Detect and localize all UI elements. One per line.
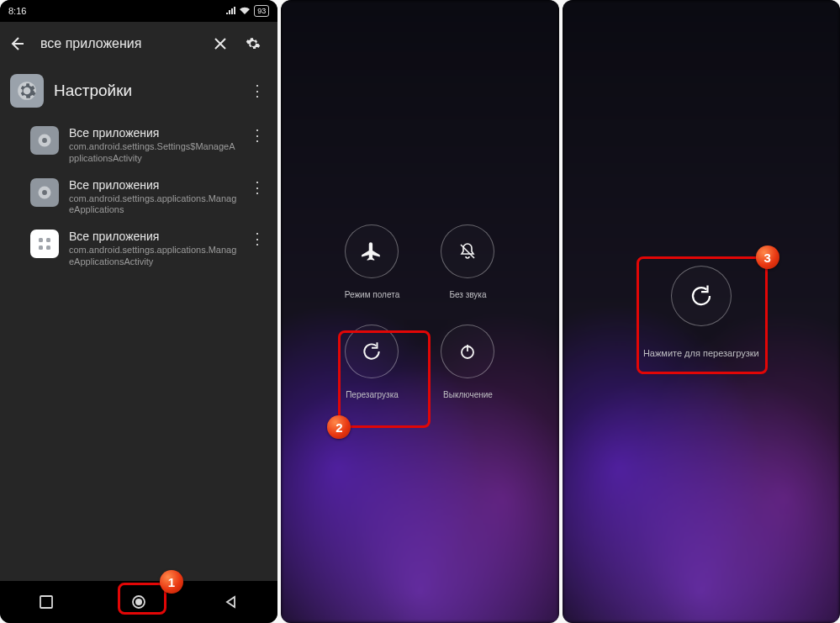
reboot-icon	[345, 325, 399, 378]
nav-home-button[interactable]	[119, 588, 158, 616]
shutdown-button[interactable]: Выключение	[427, 325, 508, 399]
more-button[interactable]: ⋮	[247, 126, 267, 145]
list-item-title: Все приложения	[69, 178, 237, 192]
battery-indicator: 93	[254, 5, 269, 17]
svg-rect-5	[39, 238, 43, 242]
signal-icon	[225, 7, 235, 15]
list-item-sub: com.android.settings.Settings$ManageAppl…	[69, 141, 237, 165]
silent-mode-button[interactable]: Без звука	[427, 224, 508, 299]
screenshot-1: 8:16 93 все приложения	[0, 0, 277, 623]
airplane-mode-button[interactable]: Режим полета	[331, 224, 412, 299]
settings-button[interactable]	[246, 36, 269, 51]
svg-point-2	[42, 138, 47, 143]
app-section[interactable]: Настройки ⋮	[0, 66, 277, 119]
list-item-sub: com.android.settings.applications.Manage…	[69, 193, 237, 217]
clear-button[interactable]	[214, 37, 237, 50]
status-bar: 8:16 93	[0, 0, 277, 22]
toolbar-title: все приложения	[40, 36, 205, 51]
reboot-confirm-button[interactable]: Нажмите для перезагрузки	[643, 266, 759, 358]
grid-icon	[30, 230, 59, 258]
power-menu: Режим полета Без звука Перезагрузка	[331, 224, 508, 399]
svg-rect-9	[40, 596, 52, 608]
svg-rect-7	[39, 246, 43, 250]
nav-back-button[interactable]	[212, 588, 251, 616]
more-button[interactable]: ⋮	[247, 82, 267, 100]
list-item-sub: com.android.settings.applications.Manage…	[69, 245, 237, 268]
wifi-icon	[239, 7, 251, 15]
airplane-label: Режим полета	[345, 290, 399, 299]
power-icon	[441, 325, 494, 378]
list-item-title: Все приложения	[69, 230, 237, 243]
activity-list: Все приложения com.android.settings.Sett…	[0, 119, 277, 275]
more-button[interactable]: ⋮	[247, 230, 267, 248]
callout-badge-3: 3	[756, 246, 779, 269]
back-button[interactable]	[8, 35, 32, 52]
svg-point-11	[135, 599, 142, 605]
screenshot-2: Режим полета Без звука Перезагрузка	[281, 0, 558, 623]
toolbar: все приложения	[0, 22, 277, 66]
status-time: 8:16	[8, 6, 26, 16]
list-item[interactable]: Все приложения com.android.settings.appl…	[0, 172, 277, 224]
shutdown-label: Выключение	[443, 390, 493, 399]
nav-recent-button[interactable]	[27, 588, 66, 616]
reboot-confirm-label: Нажмите для перезагрузки	[643, 348, 759, 358]
list-item-title: Все приложения	[69, 126, 237, 140]
list-item[interactable]: Все приложения com.android.settings.appl…	[0, 223, 277, 275]
reboot-label: Перезагрузка	[346, 390, 399, 399]
silent-label: Без звука	[449, 290, 486, 299]
svg-rect-6	[46, 238, 50, 242]
gear-icon	[30, 126, 59, 155]
reboot-icon	[671, 266, 732, 326]
screenshot-3: Нажмите для перезагрузки 3	[563, 0, 840, 623]
airplane-icon	[345, 224, 399, 278]
svg-rect-8	[46, 246, 50, 250]
nav-bar	[0, 581, 277, 623]
reboot-button[interactable]: Перезагрузка	[331, 325, 412, 399]
more-button[interactable]: ⋮	[247, 178, 267, 197]
gear-icon	[30, 178, 59, 207]
bell-off-icon	[441, 224, 494, 278]
gear-icon	[10, 74, 44, 108]
list-item[interactable]: Все приложения com.android.settings.Sett…	[0, 119, 277, 172]
svg-point-4	[42, 190, 47, 195]
callout-badge-1: 1	[160, 570, 183, 594]
app-section-title: Настройки	[54, 82, 237, 100]
